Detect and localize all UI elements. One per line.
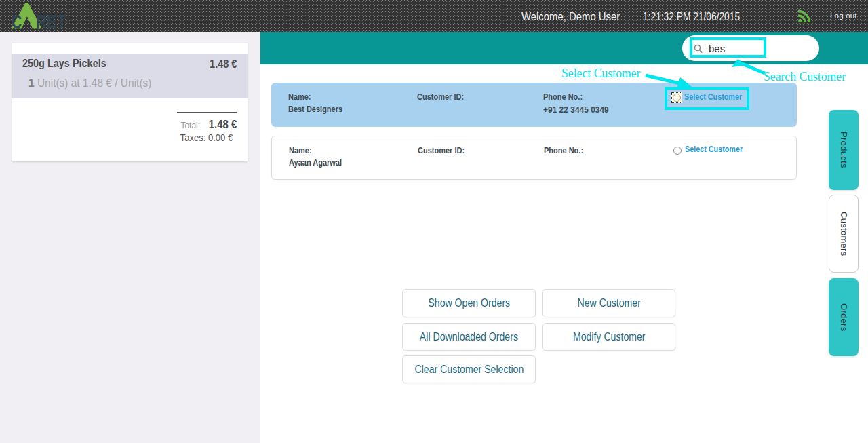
svg-text:Search Customer: Search Customer xyxy=(764,69,846,83)
svg-text:Select Customer: Select Customer xyxy=(561,66,641,80)
svg-text:RET: RET xyxy=(36,11,66,33)
svg-text:C: C xyxy=(12,11,22,33)
